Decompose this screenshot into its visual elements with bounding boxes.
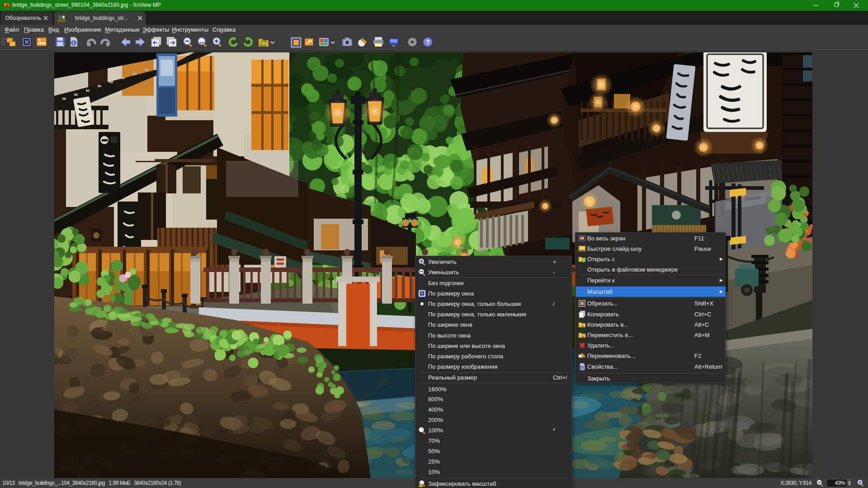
svg-text:i: i	[581, 366, 582, 370]
svg-text:i: i	[73, 41, 74, 46]
svg-text:?: ?	[62, 42, 65, 48]
svg-text:?: ?	[426, 38, 430, 46]
